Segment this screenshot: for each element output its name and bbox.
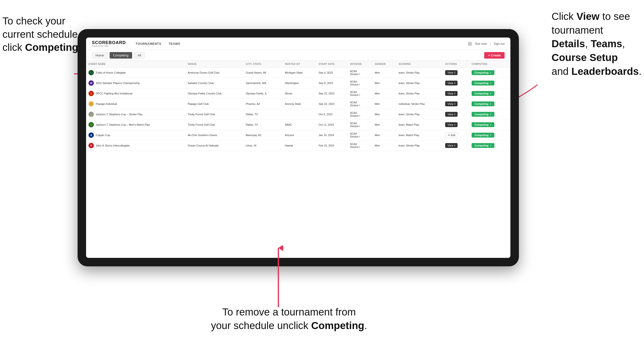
cell-city: Olympia Fields, IL [243,88,282,99]
col-division: DIVISION [348,61,372,68]
cell-event-name: 🐾 Folds of Honor Collegiate [86,68,185,78]
create-button[interactable]: + Create [484,52,504,59]
annotation-top-right: Click View to see tournament Details, Te… [552,10,642,78]
cell-scoring: team, Stroke Play [396,68,443,78]
view-button[interactable]: View ℹ [445,143,458,148]
competing-button[interactable]: Competing ✓ [472,70,494,75]
cell-venue: Papago Golf Club [185,99,243,109]
arrow-bottom [274,245,283,309]
cell-venue: Ocean Course At Hokuala [185,141,243,151]
cell-division: NCAADivision I [348,130,372,141]
nav-teams[interactable]: TEAMS [168,42,180,45]
cell-competing[interactable]: Competing ✓ [469,99,510,109]
ann-tr-p: . [639,66,642,77]
cell-competing[interactable]: Competing ✓ [469,130,510,141]
table-body: 🐾 Folds of Honor Collegiate American Dun… [86,68,510,151]
col-actions: ACTIONS [443,61,469,68]
cell-division: NCAADivision I [348,109,372,120]
cell-division: NCAADivision I [348,141,372,151]
view-button[interactable]: View ℹ [445,91,458,96]
edit-button[interactable]: ✏ Edit [445,133,458,138]
cell-scoring: team, Stroke Play [396,141,443,151]
ann-tr-b2: Details [552,38,585,49]
cell-actions[interactable]: View ℹ [443,99,469,109]
cell-hosted: Arizona [282,130,316,141]
cell-competing[interactable]: Competing ✓ [469,88,510,99]
filter-competing[interactable]: Competing [110,52,132,59]
cell-actions[interactable]: View ℹ [443,78,469,88]
cell-city: Lihue, HI [243,141,282,151]
table-row: A Copper Cup Ak-Chin Southern DunesMaric… [86,130,510,141]
competing-button[interactable]: Competing ✓ [472,101,494,106]
cell-competing[interactable]: Competing ✓ [469,68,510,78]
cell-division: NCAADivision I [348,120,372,130]
table-header-row: EVENT NAME VENUE CITY, STATE HOSTED BY S… [86,61,510,68]
cell-venue: Olympia Fields Country Club [185,88,243,99]
cell-scoring: individual, Stroke Play [396,99,443,109]
cell-hosted: ABAC [282,120,316,130]
ann-tr-3: tournament [552,24,603,36]
col-event-name: EVENT NAME [86,61,185,68]
nav-signout[interactable]: Sign out [494,42,504,45]
annotation-top-left: To check your current schedule, click Co… [2,14,81,54]
table-row: 🌿 Jackson T. Stephens Cup – Men's Match … [86,120,510,130]
cell-start: Feb 15, 2024 [316,141,348,151]
table-row: I OFCC Fighting Illini Invitational Olym… [86,88,510,99]
cell-actions[interactable]: ✏ Edit [443,130,469,141]
cell-event-name: A Copper Cup [86,130,185,141]
nav-tournaments[interactable]: TOURNAMENTS [136,42,161,45]
ann-tr-c2: , [622,38,625,49]
cell-actions[interactable]: View ℹ [443,68,469,78]
cell-venue: Ak-Chin Southern Dunes [185,130,243,141]
competing-button[interactable]: Competing ✓ [472,81,494,85]
nav-right: Test User | Sign out [468,42,504,46]
view-button[interactable]: View ℹ [445,70,458,75]
competing-button[interactable]: Competing ✓ [472,112,494,117]
ann-tr-b5: Leaderboards [572,66,639,77]
cell-event-name: I OFCC Fighting Illini Invitational [86,88,185,99]
cell-actions[interactable]: View ℹ [443,109,469,120]
cell-venue: Trinity Forest Golf Club [185,109,243,120]
cell-venue: American Dunes Golf Club [185,68,243,78]
competing-button[interactable]: Competing ✓ [472,91,494,96]
view-button[interactable]: View ℹ [445,112,458,117]
cell-city: Sammamish, WA [243,78,282,88]
annotation-line1: To check your [2,15,65,27]
cell-venue: Trinity Forest Golf Club [185,120,243,130]
cell-competing[interactable]: Competing ✓ [469,78,510,88]
cell-event-name: 🏌 Papago Individual [86,99,185,109]
view-button[interactable]: View ℹ [445,122,458,127]
cell-gender: Men [372,120,396,130]
table-row: 🏌 Papago Individual Papago Golf ClubPhoe… [86,99,510,109]
competing-button[interactable]: Competing ✓ [472,143,494,148]
ann-tr-2: to see [600,11,630,22]
ann-bot-2: your schedule unclick [211,320,311,331]
col-venue: VENUE [185,61,243,68]
cell-actions[interactable]: View ℹ [443,141,469,151]
filter-home[interactable]: Home [92,52,108,59]
table-row: 🐾 Folds of Honor Collegiate American Dun… [86,68,510,78]
cell-scoring: team, Stroke Play [396,88,443,99]
nav-links: TOURNAMENTS TEAMS [136,42,468,45]
ann-tr-and: and [552,66,572,77]
view-button[interactable]: View ℹ [445,81,458,85]
annotation-bottom: To remove a tournament from your schedul… [211,305,367,333]
cell-start: Oct 11, 2023 [316,120,348,130]
cell-competing[interactable]: Competing ✓ [469,141,510,151]
cell-competing[interactable]: Competing ✓ [469,109,510,120]
cell-competing[interactable]: Competing ✓ [469,120,510,130]
competing-button[interactable]: Competing ✓ [472,122,494,127]
tablet-frame: SCOREBOARD Powered by clipp TOURNAMENTS … [78,29,519,266]
view-button[interactable]: View ℹ [445,101,458,106]
cell-actions[interactable]: View ℹ [443,88,469,99]
cell-event-name: H John A. Burns Intercollegiate [86,141,185,151]
cell-hosted [282,109,316,120]
cell-gender: Men [372,141,396,151]
cell-gender: Men [372,99,396,109]
cell-venue: Sahalee Country Club [185,78,243,88]
cell-division: NCAADivision I [348,68,372,78]
cell-actions[interactable]: View ℹ [443,120,469,130]
competing-button[interactable]: Competing ✓ [472,133,494,138]
filter-all[interactable]: All [134,52,145,59]
ann-tr-b1: View [576,11,600,22]
